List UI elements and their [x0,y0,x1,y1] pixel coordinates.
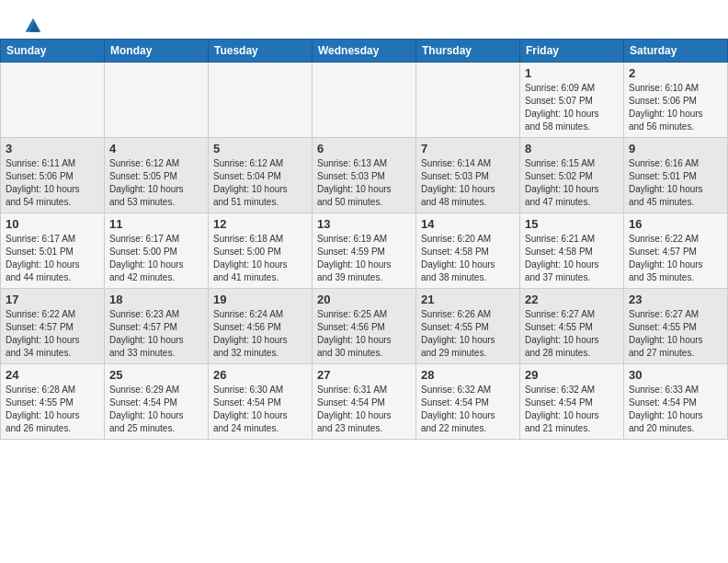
calendar-cell: 20Sunrise: 6:25 AMSunset: 4:56 PMDayligh… [313,289,416,364]
day-number: 14 [421,217,515,231]
day-number: 4 [109,142,203,155]
day-number: 10 [6,217,99,231]
calendar-cell: 22Sunrise: 6:27 AMSunset: 4:55 PMDayligh… [520,289,624,364]
weekday-header: Wednesday [313,40,416,63]
calendar-cell: 27Sunrise: 6:31 AMSunset: 4:54 PMDayligh… [313,364,416,440]
day-number: 24 [6,368,99,382]
calendar: SundayMondayTuesdayWednesdayThursdayFrid… [0,39,728,440]
day-number: 5 [213,142,307,155]
day-info: Sunrise: 6:21 AMSunset: 4:58 PMDaylight:… [525,233,619,284]
day-number: 7 [421,142,515,155]
day-info: Sunrise: 6:20 AMSunset: 4:58 PMDaylight:… [421,233,515,284]
calendar-cell: 16Sunrise: 6:22 AMSunset: 4:57 PMDayligh… [624,213,728,289]
calendar-cell: 30Sunrise: 6:33 AMSunset: 4:54 PMDayligh… [624,364,728,440]
day-info: Sunrise: 6:12 AMSunset: 5:04 PMDaylight:… [213,157,307,209]
calendar-header: SundayMondayTuesdayWednesdayThursdayFrid… [1,40,728,63]
day-info: Sunrise: 6:26 AMSunset: 4:55 PMDaylight:… [421,308,515,360]
weekday-header: Friday [520,40,624,63]
day-number: 1 [525,66,619,80]
calendar-week-row: 24Sunrise: 6:28 AMSunset: 4:55 PMDayligh… [1,364,728,440]
calendar-cell: 14Sunrise: 6:20 AMSunset: 4:58 PMDayligh… [416,213,520,289]
day-info: Sunrise: 6:19 AMSunset: 4:59 PMDaylight:… [317,233,411,284]
day-number: 25 [109,368,203,382]
calendar-cell: 3Sunrise: 6:11 AMSunset: 5:06 PMDaylight… [1,138,105,213]
calendar-cell: 15Sunrise: 6:21 AMSunset: 4:58 PMDayligh… [520,213,624,289]
day-info: Sunrise: 6:14 AMSunset: 5:03 PMDaylight:… [421,157,515,209]
calendar-body: 1Sunrise: 6:09 AMSunset: 5:07 PMDaylight… [1,63,728,440]
day-info: Sunrise: 6:27 AMSunset: 4:55 PMDaylight:… [629,308,722,360]
day-number: 11 [109,217,203,231]
calendar-week-row: 1Sunrise: 6:09 AMSunset: 5:07 PMDaylight… [1,63,728,138]
day-info: Sunrise: 6:17 AMSunset: 5:01 PMDaylight:… [6,233,99,284]
weekday-header: Sunday [1,40,105,63]
day-number: 26 [213,368,307,382]
day-info: Sunrise: 6:29 AMSunset: 4:54 PMDaylight:… [109,384,203,435]
weekday-header: Thursday [416,40,520,63]
day-info: Sunrise: 6:22 AMSunset: 4:57 PMDaylight:… [629,233,722,284]
day-number: 28 [421,368,515,382]
day-number: 20 [317,293,411,306]
calendar-cell: 5Sunrise: 6:12 AMSunset: 5:04 PMDaylight… [209,138,313,213]
day-info: Sunrise: 6:27 AMSunset: 4:55 PMDaylight:… [525,308,619,360]
calendar-week-row: 10Sunrise: 6:17 AMSunset: 5:01 PMDayligh… [1,213,728,289]
calendar-cell: 11Sunrise: 6:17 AMSunset: 5:00 PMDayligh… [105,213,209,289]
day-info: Sunrise: 6:25 AMSunset: 4:56 PMDaylight:… [317,308,411,360]
day-number: 18 [109,293,203,306]
day-number: 12 [213,217,307,231]
calendar-cell: 17Sunrise: 6:22 AMSunset: 4:57 PMDayligh… [1,289,105,364]
day-info: Sunrise: 6:30 AMSunset: 4:54 PMDaylight:… [213,384,307,435]
day-info: Sunrise: 6:17 AMSunset: 5:00 PMDaylight:… [109,233,203,284]
calendar-cell: 10Sunrise: 6:17 AMSunset: 5:01 PMDayligh… [1,213,105,289]
calendar-cell: 18Sunrise: 6:23 AMSunset: 4:57 PMDayligh… [105,289,209,364]
day-info: Sunrise: 6:33 AMSunset: 4:54 PMDaylight:… [629,384,722,435]
calendar-cell: 6Sunrise: 6:13 AMSunset: 5:03 PMDaylight… [313,138,416,213]
weekday-row: SundayMondayTuesdayWednesdayThursdayFrid… [1,40,728,63]
day-info: Sunrise: 6:16 AMSunset: 5:01 PMDaylight:… [629,157,722,209]
day-number: 17 [6,293,99,306]
calendar-cell: 7Sunrise: 6:14 AMSunset: 5:03 PMDaylight… [416,138,520,213]
calendar-cell [105,63,209,138]
calendar-cell: 9Sunrise: 6:16 AMSunset: 5:01 PMDaylight… [624,138,728,213]
day-number: 13 [317,217,411,231]
calendar-cell [416,63,520,138]
day-number: 15 [525,217,619,231]
day-info: Sunrise: 6:23 AMSunset: 4:57 PMDaylight:… [109,308,203,360]
logo-icon [24,17,42,35]
day-info: Sunrise: 6:28 AMSunset: 4:55 PMDaylight:… [6,384,99,435]
calendar-cell [313,63,416,138]
day-number: 6 [317,142,411,155]
day-number: 23 [629,293,722,306]
calendar-cell: 29Sunrise: 6:32 AMSunset: 4:54 PMDayligh… [520,364,624,440]
day-number: 29 [525,368,619,382]
day-number: 9 [629,142,722,155]
weekday-header: Tuesday [209,40,313,63]
logo [22,17,42,31]
calendar-cell: 12Sunrise: 6:18 AMSunset: 5:00 PMDayligh… [209,213,313,289]
day-info: Sunrise: 6:13 AMSunset: 5:03 PMDaylight:… [317,157,411,209]
day-info: Sunrise: 6:10 AMSunset: 5:06 PMDaylight:… [629,82,722,133]
day-info: Sunrise: 6:32 AMSunset: 4:54 PMDaylight:… [525,384,619,435]
calendar-cell: 21Sunrise: 6:26 AMSunset: 4:55 PMDayligh… [416,289,520,364]
calendar-cell: 25Sunrise: 6:29 AMSunset: 4:54 PMDayligh… [105,364,209,440]
day-info: Sunrise: 6:31 AMSunset: 4:54 PMDaylight:… [317,384,411,435]
day-number: 30 [629,368,722,382]
calendar-week-row: 3Sunrise: 6:11 AMSunset: 5:06 PMDaylight… [1,138,728,213]
calendar-cell [209,63,313,138]
calendar-cell: 4Sunrise: 6:12 AMSunset: 5:05 PMDaylight… [105,138,209,213]
calendar-cell: 28Sunrise: 6:32 AMSunset: 4:54 PMDayligh… [416,364,520,440]
day-info: Sunrise: 6:12 AMSunset: 5:05 PMDaylight:… [109,157,203,209]
day-info: Sunrise: 6:24 AMSunset: 4:56 PMDaylight:… [213,308,307,360]
day-number: 2 [629,66,722,80]
calendar-week-row: 17Sunrise: 6:22 AMSunset: 4:57 PMDayligh… [1,289,728,364]
weekday-header: Monday [105,40,209,63]
day-info: Sunrise: 6:18 AMSunset: 5:00 PMDaylight:… [213,233,307,284]
calendar-cell: 19Sunrise: 6:24 AMSunset: 4:56 PMDayligh… [209,289,313,364]
calendar-cell: 8Sunrise: 6:15 AMSunset: 5:02 PMDaylight… [520,138,624,213]
calendar-cell: 23Sunrise: 6:27 AMSunset: 4:55 PMDayligh… [624,289,728,364]
day-info: Sunrise: 6:15 AMSunset: 5:02 PMDaylight:… [525,157,619,209]
calendar-cell: 2Sunrise: 6:10 AMSunset: 5:06 PMDaylight… [624,63,728,138]
day-number: 19 [213,293,307,306]
day-number: 21 [421,293,515,306]
day-info: Sunrise: 6:32 AMSunset: 4:54 PMDaylight:… [421,384,515,435]
day-info: Sunrise: 6:09 AMSunset: 5:07 PMDaylight:… [525,82,619,133]
